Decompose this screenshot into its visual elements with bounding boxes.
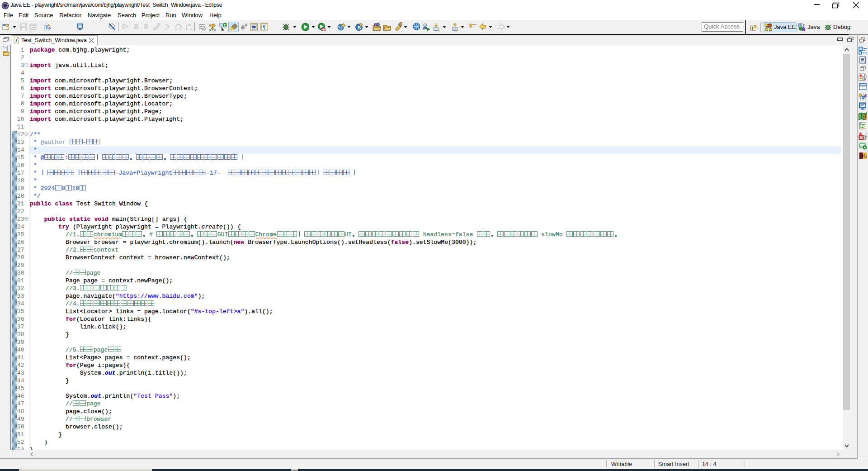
svg-text:¶: ¶: [263, 24, 265, 30]
svg-text:J: J: [15, 38, 17, 43]
svg-text:010: 010: [46, 27, 51, 30]
svg-text:G: G: [863, 153, 867, 159]
svg-text:C: C: [224, 23, 226, 28]
svg-text:J: J: [802, 24, 805, 29]
